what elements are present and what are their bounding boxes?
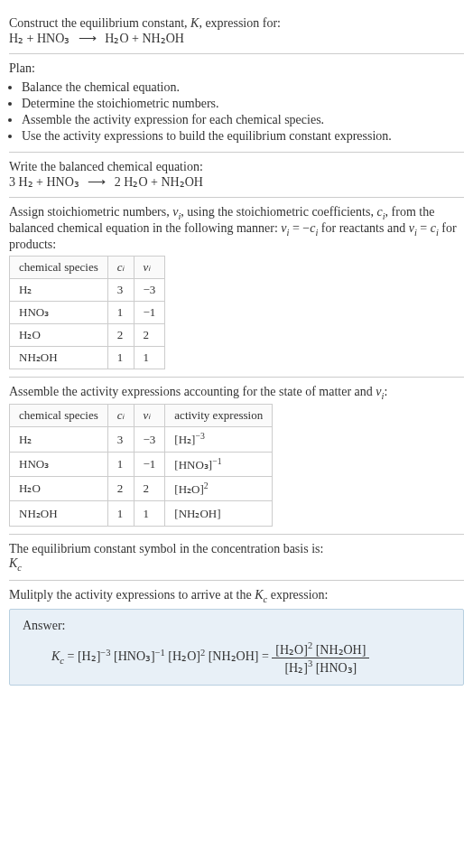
cell-v: −1 xyxy=(134,301,165,323)
n1b: [H₂O] xyxy=(275,643,308,657)
cell-v: 1 xyxy=(134,346,165,369)
col-ci: cᵢ xyxy=(107,256,134,278)
plan-item: Assemble the activity expression for eac… xyxy=(22,112,464,128)
colon: : xyxy=(384,385,387,398)
t2e: −1 xyxy=(155,648,165,658)
text-b: expression: xyxy=(267,588,328,602)
prompt-b: , expression for: xyxy=(199,16,281,30)
cell-expr: [H₂O]2 xyxy=(165,477,273,501)
cell-c: 2 xyxy=(107,323,134,346)
section-symbol: The equilibrium constant symbol in the c… xyxy=(9,535,464,581)
answer-label: Answer: xyxy=(23,619,450,633)
cell-species: HNO₃ xyxy=(10,301,108,323)
sub-c: c xyxy=(17,563,22,573)
cell-c: 1 xyxy=(107,501,134,526)
text-a: Mulitply the activity expressions to arr… xyxy=(9,588,255,602)
text-b: , using the stoichiometric coefficients, xyxy=(181,205,376,219)
col-nui: νᵢ xyxy=(134,256,165,278)
base: [H₂O] xyxy=(174,482,203,496)
table-header-row: chemical species cᵢ νᵢ activity expressi… xyxy=(10,405,273,427)
arrow-icon: ⟶ xyxy=(82,174,111,190)
section-activity: Assemble the activity expressions accoun… xyxy=(9,378,464,535)
eq-lhs: 3 H₂ + HNO₃ xyxy=(9,175,79,189)
table-row: H₂O22[H₂O]2 xyxy=(10,477,273,501)
plan-item: Determine the stoichiometric numbers. xyxy=(22,96,464,112)
kc-expression: Kc = [H₂]−3 [HNO₃]−1 [H₂O]2 [NH₂OH] = [H… xyxy=(23,640,450,675)
section-balanced: Write the balanced chemical equation: 3 … xyxy=(9,153,464,198)
base: [H₂] xyxy=(174,434,195,447)
d1e: 3 xyxy=(308,658,312,668)
n2b: [NH₂OH] xyxy=(316,643,366,657)
cell-c: 1 xyxy=(107,301,134,323)
prompt-text: Construct the equilibrium constant, K, e… xyxy=(9,16,464,31)
section-final: Mulitply the activity expressions to arr… xyxy=(9,581,464,693)
t3e: 2 xyxy=(200,648,205,658)
K: K xyxy=(51,650,60,664)
text-d: for reactants and xyxy=(318,221,408,235)
exp: 2 xyxy=(204,481,209,490)
eq-neg: = − xyxy=(289,221,310,235)
section-stoich: Assign stoichiometric numbers, νi, using… xyxy=(9,198,464,378)
section-prompt: Construct the equilibrium constant, K, e… xyxy=(9,9,464,54)
K: K xyxy=(255,588,263,602)
text-a: Assemble the activity expressions accoun… xyxy=(9,385,376,398)
plan-item: Balance the chemical equation. xyxy=(22,79,464,96)
equals: = xyxy=(64,650,78,664)
cell-species: HNO₃ xyxy=(10,452,108,476)
numerator: [H₂O]2 [NH₂OH] xyxy=(272,640,369,658)
prompt-a: Construct the equilibrium constant, xyxy=(9,16,190,30)
equals2: = xyxy=(258,650,272,664)
answer-box: Answer: Kc = [H₂]−3 [HNO₃]−1 [H₂O]2 [NH₂… xyxy=(9,609,464,685)
d2b: [HNO₃] xyxy=(316,661,357,675)
K-symbol: K xyxy=(190,16,199,30)
cell-v: 1 xyxy=(134,501,165,526)
cell-c: 2 xyxy=(107,477,134,501)
balanced-equation: 3 H₂ + HNO₃ ⟶ 2 H₂O + NH₂OH xyxy=(9,174,464,190)
text-a: Assign stoichiometric numbers, xyxy=(9,205,172,219)
denominator: [H₂]3 [HNO₃] xyxy=(272,658,369,676)
unbalanced-equation: H₂ + HNO₃ ⟶ H₂O + NH₂OH xyxy=(9,31,464,46)
activity-table: chemical species cᵢ νᵢ activity expressi… xyxy=(9,404,273,526)
activity-text: Assemble the activity expressions accoun… xyxy=(9,385,464,401)
symbol-text: The equilibrium constant symbol in the c… xyxy=(9,542,464,556)
cell-species: H₂O xyxy=(10,323,108,346)
cell-v: −3 xyxy=(134,427,165,452)
plan-title: Plan: xyxy=(9,61,464,76)
arrow-icon: ⟶ xyxy=(73,31,102,46)
table-row: H₂3−3[H₂]−3 xyxy=(10,427,273,452)
exp: −3 xyxy=(195,431,204,441)
final-text: Mulitply the activity expressions to arr… xyxy=(9,588,464,604)
table-header-row: chemical species cᵢ νᵢ xyxy=(10,256,165,278)
cell-c: 1 xyxy=(107,346,134,369)
cell-v: −3 xyxy=(134,278,165,301)
col-species: chemical species xyxy=(10,256,108,278)
balanced-title: Write the balanced chemical equation: xyxy=(9,160,464,174)
cell-v: −1 xyxy=(134,452,165,476)
d1b: [H₂] xyxy=(284,661,307,675)
plan-list: Balance the chemical equation. Determine… xyxy=(9,79,464,145)
base: [HNO₃] xyxy=(174,458,212,471)
t3b: [H₂O] xyxy=(168,650,200,664)
table-row: H₂O22 xyxy=(10,323,165,346)
cell-expr: [H₂]−3 xyxy=(165,427,273,452)
exp: −1 xyxy=(212,456,221,466)
plan-item: Use the activity expressions to build th… xyxy=(22,128,464,145)
table-row: NH₂OH11 xyxy=(10,346,165,369)
stoich-text: Assign stoichiometric numbers, νi, using… xyxy=(9,205,464,252)
cell-v: 2 xyxy=(134,323,165,346)
cell-expr: [HNO₃]−1 xyxy=(165,452,273,476)
t1b: [H₂] xyxy=(78,650,100,664)
cell-species: NH₂OH xyxy=(10,346,108,369)
col-ci: cᵢ xyxy=(107,405,134,427)
n1e: 2 xyxy=(308,640,312,650)
cell-species: NH₂OH xyxy=(10,501,108,526)
eq-rhs: H₂O + NH₂OH xyxy=(105,32,184,45)
cell-species: H₂ xyxy=(10,278,108,301)
fraction: [H₂O]2 [NH₂OH] [H₂]3 [HNO₃] xyxy=(272,640,369,675)
cell-c: 3 xyxy=(107,278,134,301)
t1e: −3 xyxy=(100,648,110,658)
section-plan: Plan: Balance the chemical equation. Det… xyxy=(9,54,464,153)
table-row: HNO₃1−1[HNO₃]−1 xyxy=(10,452,273,476)
cell-v: 2 xyxy=(134,477,165,501)
K: K xyxy=(9,556,17,570)
